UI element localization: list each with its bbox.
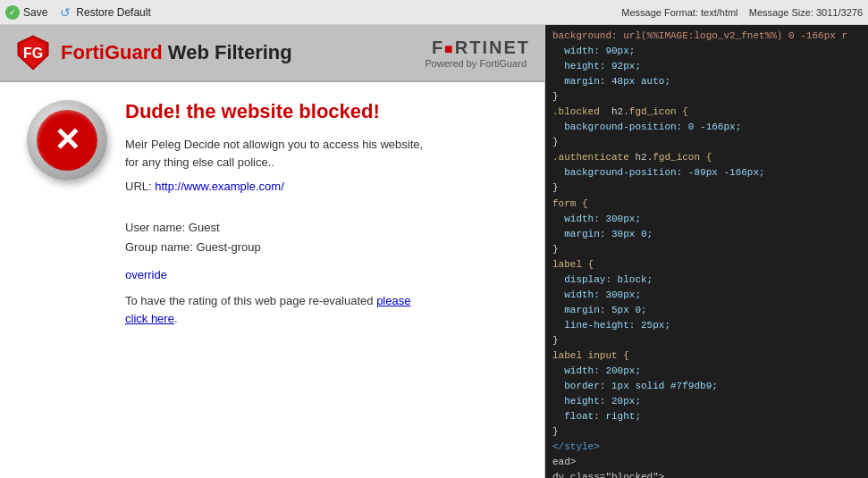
code-line: background-position: -89px -166px;: [552, 165, 861, 180]
fortiguard-shield-icon: FG: [14, 34, 52, 71]
code-line: ead>: [552, 455, 861, 470]
powered-by-text: Powered by FortiGuard: [425, 58, 530, 69]
save-label: Save: [23, 6, 47, 19]
code-line: width: 90px;: [552, 44, 861, 59]
blocked-x-icon: [27, 100, 107, 180]
code-line: }: [552, 333, 861, 348]
code-line: border: 1px solid #7f9db9;: [552, 379, 861, 394]
user-info: User name: Guest Group name: Guest-group: [125, 218, 518, 257]
code-line: height: 92px;: [552, 59, 861, 74]
block-text-column: Dude! the website blocked! Meir Peleg De…: [125, 100, 518, 327]
code-line: }: [552, 135, 861, 150]
fg-title: FortiGuard Web Filtering: [61, 41, 292, 64]
blocked-url: URL: http://www.example.com/: [125, 180, 518, 193]
code-line: display: block;: [552, 273, 861, 288]
fg-header: FG FortiGuard Web Filtering F■RTINET Pow…: [0, 25, 544, 82]
code-line: margin: 5px 0;: [552, 303, 861, 318]
code-line: label input {: [552, 348, 861, 364]
left-panel: FG FortiGuard Web Filtering F■RTINET Pow…: [0, 25, 545, 478]
toolbar: ✓ Save ↺ Restore Default Message Format:…: [0, 0, 868, 25]
code-line: width: 300px;: [552, 212, 861, 227]
code-line: width: 200px;: [552, 364, 861, 379]
x-inner: [37, 110, 97, 171]
code-line: }: [552, 242, 861, 257]
save-icon: ✓: [5, 5, 20, 20]
main-layout: FG FortiGuard Web Filtering F■RTINET Pow…: [0, 25, 868, 478]
code-line: </style>: [552, 440, 861, 455]
code-line: float: right;: [552, 409, 861, 424]
code-line: }: [552, 424, 861, 440]
code-line: dy class="blocked">: [552, 470, 861, 478]
code-line: .blocked h2.fgd_icon {: [552, 105, 861, 120]
override-text: override: [125, 268, 518, 281]
restore-default-button[interactable]: ↺ Restore Default: [58, 5, 150, 20]
svg-text:FG: FG: [23, 46, 43, 61]
blocked-description: Meir Peleg Decide not allowign you to ac…: [125, 136, 518, 171]
block-icon-column: [27, 100, 107, 327]
code-line: background: url(%%IMAGE:logo_v2_fnet%%) …: [552, 29, 861, 44]
message-format: Message Format: text/html Message Size: …: [621, 7, 863, 18]
code-line: }: [552, 89, 861, 105]
code-line: height: 20px;: [552, 394, 861, 409]
block-content: Dude! the website blocked! Meir Peleg De…: [0, 82, 544, 345]
code-line: }: [552, 180, 861, 196]
blocked-url-link[interactable]: http://www.example.com/: [155, 180, 284, 193]
code-line: margin: 48px auto;: [552, 74, 861, 89]
restore-label: Restore Default: [76, 6, 150, 19]
blocked-title: Dude! the website blocked!: [125, 100, 518, 123]
code-panel[interactable]: background: url(%%IMAGE:logo_v2_fnet%%) …: [545, 25, 868, 478]
code-line: background-position: 0 -166px;: [552, 120, 861, 135]
code-line: margin: 30px 0;: [552, 227, 861, 242]
reeval-text: To have the rating of this web page re-e…: [125, 292, 518, 327]
code-line: label {: [552, 257, 861, 273]
fortinet-logo: F■RTINET: [432, 38, 530, 58]
code-line: form {: [552, 197, 861, 212]
save-button[interactable]: ✓ Save: [5, 5, 47, 20]
code-line: .authenticate h2.fgd_icon {: [552, 150, 861, 165]
code-line: width: 300px;: [552, 288, 861, 303]
fg-logo-area: FG FortiGuard Web Filtering: [14, 34, 292, 71]
restore-icon: ↺: [58, 5, 72, 20]
code-line: line-height: 25px;: [552, 318, 861, 333]
